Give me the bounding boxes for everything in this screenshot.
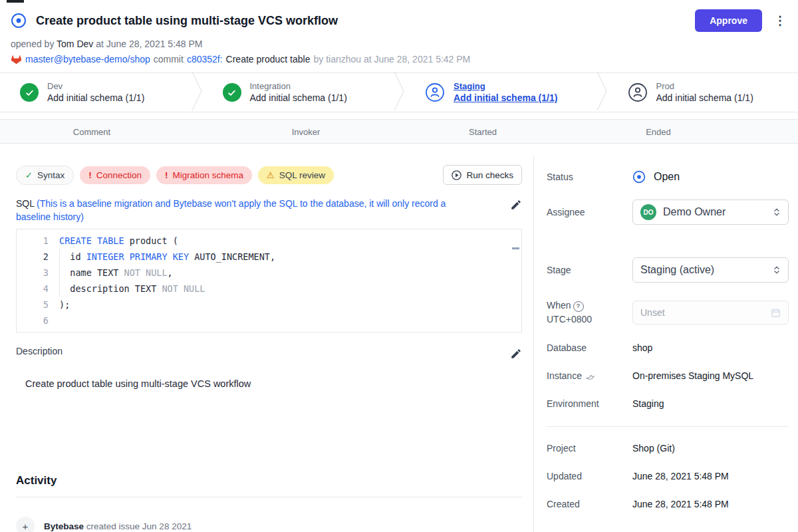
sql-baseline-note: (This is a baseline migration and Byteba…	[16, 198, 446, 222]
code-line: 2 id INTEGER PRIMARY KEY AUTO_INCREMENT,	[23, 249, 521, 265]
code-line: 6	[23, 313, 521, 329]
opened-by-name: Tom Dev	[57, 39, 93, 49]
when-timezone: UTC+0800	[547, 313, 632, 327]
error-icon: !	[88, 170, 92, 180]
line-number: 1	[23, 233, 59, 249]
when-label: When? UTC+0800	[547, 299, 632, 327]
description-text[interactable]: Create product table using multi-stage V…	[16, 378, 522, 389]
approve-button[interactable]: Approve	[695, 9, 762, 32]
activity-entry-text: Bytebase created issue Jun 28 2021	[44, 521, 192, 531]
vcs-commit-link[interactable]: c80352f:	[187, 54, 223, 65]
instance-label: Instance	[547, 370, 632, 381]
badge-label: Syntax	[37, 170, 65, 180]
stage-text: Prod Add initial schema (1/1)	[656, 80, 753, 104]
issue-open-icon	[11, 13, 27, 29]
edit-description-icon[interactable]	[510, 346, 522, 362]
check-badge-migration-schema[interactable]: ! Migration schema	[156, 166, 252, 184]
updated-label: Updated	[547, 471, 632, 481]
vcs-commit-message: Create product table	[226, 54, 311, 65]
stage-task[interactable]: Add initial schema (1/1)	[250, 92, 347, 104]
stage-name[interactable]: Staging	[454, 80, 557, 92]
when-row: When? UTC+0800 Unset	[547, 299, 789, 327]
environment-row: Environment Staging	[547, 398, 789, 409]
check-badge-connection[interactable]: ! Connection	[80, 166, 150, 184]
stage-separator-icon	[596, 72, 608, 113]
stage-integration[interactable]: Integration Add initial schema (1/1)	[203, 73, 394, 112]
stage-task[interactable]: Add initial schema (1/1)	[656, 92, 753, 104]
code-line: 1 CREATE TABLE product (	[23, 233, 521, 249]
activity-heading: Activity	[16, 474, 522, 487]
run-checks-button[interactable]: Run checks	[443, 165, 522, 185]
vcs-line: master@bytebase-demo/shop commit c80352f…	[11, 54, 787, 65]
edit-sql-icon[interactable]	[510, 197, 522, 213]
database-label: Database	[547, 342, 632, 353]
editor-scrollbar[interactable]	[512, 247, 519, 249]
stage-task[interactable]: Add initial schema (1/1)	[454, 92, 557, 104]
check-badge-sql-review[interactable]: ⚠ SQL review	[258, 166, 334, 184]
status-open-text: Open	[654, 171, 680, 183]
stage-person-icon	[628, 82, 648, 102]
issue-title-row: Create product table using multi-stage V…	[11, 9, 787, 32]
environment-value[interactable]: Staging	[632, 398, 789, 409]
stage-text: Dev Add initial schema (1/1)	[47, 80, 144, 104]
warning-icon: ⚠	[267, 170, 275, 180]
check-icon: ✓	[25, 170, 33, 180]
when-date-input[interactable]: Unset	[632, 301, 789, 325]
issue-header: Create product table using multi-stage V…	[0, 0, 798, 65]
status-row: Status Open	[547, 170, 789, 184]
play-circle-icon	[452, 170, 462, 180]
stage-text: Integration Add initial schema (1/1)	[250, 80, 347, 104]
stage-task[interactable]: Add initial schema (1/1)	[47, 92, 144, 104]
mysql-dolphin-icon	[585, 371, 596, 380]
status-label: Status	[547, 172, 632, 182]
check-badge-syntax[interactable]: ✓ Syntax	[16, 166, 74, 185]
stage-dev[interactable]: Dev Add initial schema (1/1)	[0, 73, 191, 112]
assignee-avatar: DO	[640, 204, 656, 220]
stage-name: Prod	[656, 80, 753, 92]
status-open-icon	[632, 170, 646, 184]
column-invoker: Invoker	[292, 126, 321, 136]
activity-action: created issue Jun 28 2021	[86, 521, 192, 531]
code-line: 4 description TEXT NOT NULL	[23, 281, 521, 297]
stage-label: Stage	[547, 265, 632, 275]
stage-staging[interactable]: Staging Add initial schema (1/1)	[405, 73, 596, 112]
activity-entry: + Bytebase created issue Jun 28 2021	[16, 517, 522, 532]
sql-label: SQL	[16, 198, 35, 209]
issue-title: Create product table using multi-stage V…	[36, 14, 338, 28]
project-value[interactable]: Shop (Git)	[632, 443, 789, 454]
task-table-header: Comment Invoker Started Ended	[0, 119, 798, 144]
badge-label: Connection	[96, 170, 142, 180]
stage-prod[interactable]: Prod Add initial schema (1/1)	[608, 73, 798, 112]
code-line: 5 );	[23, 297, 521, 313]
stage-row: Stage Staging (active)	[547, 257, 789, 283]
line-number: 2	[23, 249, 59, 265]
task-detail-panel: ✓ Syntax ! Connection ! Migration schema…	[0, 156, 534, 532]
column-comment: Comment	[73, 126, 110, 136]
sql-editor[interactable]: 1 CREATE TABLE product ( 2 id INTEGER PR…	[16, 229, 522, 332]
sql-heading-row: SQL(This is a baseline migration and Byt…	[16, 197, 522, 223]
issue-page: Create product table using multi-stage V…	[0, 0, 798, 532]
issue-sidebar: Status Open Assignee DO Demo Owner	[534, 156, 798, 532]
column-ended: Ended	[646, 126, 671, 136]
stage-done-icon	[223, 83, 241, 102]
stage-text: Staging Add initial schema (1/1)	[454, 80, 557, 104]
column-started: Started	[469, 126, 497, 136]
vcs-commit-meta: by tianzhou at June 28, 2021 5:42 PM	[313, 54, 470, 65]
sidebar-divider	[547, 426, 789, 427]
assignee-row: Assignee DO Demo Owner	[547, 200, 789, 225]
checks-row: ✓ Syntax ! Connection ! Migration schema…	[16, 165, 522, 185]
stage-person-icon	[425, 82, 445, 102]
line-number: 4	[23, 281, 59, 297]
vcs-branch-link[interactable]: master@bytebase-demo/shop	[25, 54, 150, 65]
assignee-select[interactable]: DO Demo Owner	[632, 200, 789, 225]
main-area: ✓ Syntax ! Connection ! Migration schema…	[0, 156, 798, 532]
stage-pipeline: Dev Add initial schema (1/1) Integration…	[0, 72, 798, 112]
stage-separator-icon	[393, 72, 405, 113]
kebab-menu-icon[interactable]: ⋮	[773, 15, 787, 27]
stage-select[interactable]: Staging (active)	[632, 257, 789, 283]
help-icon[interactable]: ?	[573, 301, 584, 312]
updated-row: Updated June 28, 2021 5:48 PM	[547, 471, 789, 481]
instance-value[interactable]: On-premises Staging MySQL	[632, 370, 789, 381]
environment-label: Environment	[547, 398, 632, 409]
database-value[interactable]: shop	[632, 342, 789, 353]
